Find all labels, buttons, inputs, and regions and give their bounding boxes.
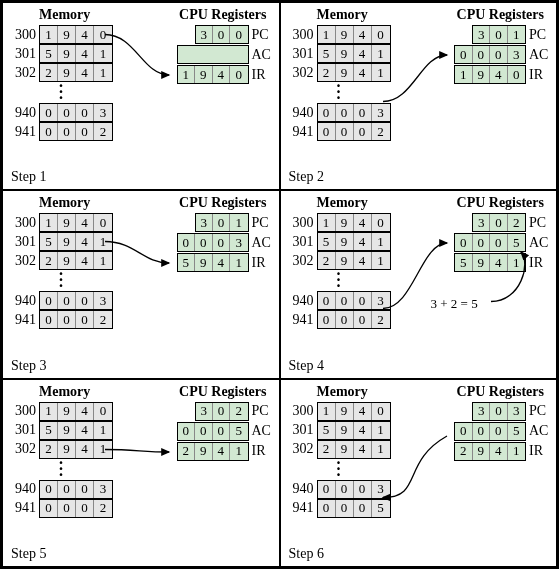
memory-row: 300 1940 [11,25,113,44]
step-label: Step 5 [11,546,46,562]
memory-address: 302 [289,441,317,457]
digit-cell: 0 [213,234,231,251]
digit-cell: 4 [213,254,231,271]
panel-content: 300 1940 301 5941 302 2941 ··· 940 0003 … [289,25,549,141]
panel-titles: Memory CPU Registers [289,195,549,211]
cpu-title: CPU Registers [179,384,266,400]
digit-cell: 4 [490,443,508,460]
memory-title: Memory [39,384,90,400]
digit-cell: 0 [455,46,473,63]
digit-cell: 1 [372,441,390,458]
digit-cell: 5 [318,233,336,250]
digit-cell: 0 [372,214,390,231]
value-cells: 0003 [39,103,113,122]
digit-cell: 0 [76,104,94,121]
register-row-ir: 1940 IR [177,65,271,84]
digit-cell: 0 [455,234,473,251]
digit-cell: 5 [508,423,525,440]
value-cells: 301 [472,25,526,44]
panel-content: 300 1940 301 5941 302 2941 ··· 940 0003 … [289,213,549,329]
digit-cell: 4 [76,441,94,458]
digit-cell: 4 [213,66,231,83]
digit-cell: 0 [178,423,196,440]
digit-cell: 0 [58,500,76,517]
memory-address: 302 [11,65,39,81]
digit-cell: 0 [490,403,507,420]
memory-row: 300 1940 [11,213,113,232]
register-row-ir: 2941 IR [177,442,271,461]
memory-row: 941 0005 [289,499,391,518]
register-label: PC [249,27,271,43]
digit-cell: 0 [94,214,112,231]
digit-cell: 1 [508,443,525,460]
digit-cell: 0 [58,481,76,498]
memory-address: 301 [11,234,39,250]
memory-block: 300 1940 301 5941 302 2941 ··· 940 0003 … [289,402,391,518]
ellipsis-icon: ··· [11,82,111,103]
register-row-pc: 302 PC [454,213,548,232]
digit-cell: 3 [372,481,390,498]
diagram-grid: Memory CPU Registers 300 1940 301 5941 3… [0,0,559,569]
digit-cell: 1 [94,64,112,81]
register-label: AC [249,47,271,63]
digit-cell: 9 [58,45,76,62]
digit-cell: 1 [230,214,247,231]
digit-cell: 3 [94,104,112,121]
memory-address: 941 [289,312,317,328]
digit-cell: 4 [76,64,94,81]
memory-row: 941 0002 [11,122,113,141]
digit-cell: 0 [336,311,354,328]
digit-cell: 0 [354,123,372,140]
digit-cell: 0 [76,500,94,517]
digit-cell: 1 [178,66,196,83]
step-label: Step 4 [289,358,324,374]
digit-cell: 1 [40,214,58,231]
digit-cell: 5 [318,422,336,439]
digit-cell: 4 [490,254,508,271]
digit-cell: 2 [508,214,525,231]
digit-cell: 9 [473,254,491,271]
operation-note: 3 + 2 = 5 [431,296,478,312]
step-panel-3: Memory CPU Registers 300 1940 301 5941 3… [2,190,280,378]
memory-address: 940 [11,105,39,121]
memory-address: 302 [289,253,317,269]
digit-cell: 0 [490,214,507,231]
memory-row: 941 0002 [11,499,113,518]
digit-cell: 4 [354,252,372,269]
value-cells: 1940 [317,213,391,232]
digit-cell: 0 [213,403,230,420]
memory-address: 300 [11,215,39,231]
ellipsis-icon: ··· [11,270,111,291]
register-row-ir: 5941 IR [454,253,548,272]
digit-cell: 9 [195,66,213,83]
digit-cell: 0 [76,292,94,309]
digit-cell: 0 [213,26,230,43]
digit-cell: 5 [40,45,58,62]
digit-cell: 5 [508,234,525,251]
memory-row: 940 0003 [289,291,391,310]
digit-cell: 4 [76,45,94,62]
digit-cell: 1 [94,252,112,269]
register-row-ac: AC [177,45,271,64]
digit-cell: 0 [336,123,354,140]
register-row-pc: 301 PC [454,25,548,44]
memory-row: 300 1940 [289,402,391,421]
digit-cell: 9 [58,403,76,420]
digit-cell: 0 [40,481,58,498]
memory-address: 941 [11,124,39,140]
memory-block: 300 1940 301 5941 302 2941 ··· 940 0003 … [11,25,113,141]
digit-cell: 4 [76,26,94,43]
digit-cell: 0 [354,104,372,121]
register-label: PC [249,215,271,231]
digit-cell: 3 [230,234,247,251]
register-row-ac: 0005 AC [454,422,548,441]
memory-address: 940 [289,481,317,497]
memory-row: 301 5941 [289,44,391,63]
digit-cell: 0 [336,500,354,517]
digit-cell: 3 [94,292,112,309]
memory-row: 941 0002 [289,310,391,329]
digit-cell: 4 [354,64,372,81]
memory-block: 300 1940 301 5941 302 2941 ··· 940 0003 … [11,402,113,518]
digit-cell: 1 [318,214,336,231]
register-row-ir: 2941 IR [454,442,548,461]
